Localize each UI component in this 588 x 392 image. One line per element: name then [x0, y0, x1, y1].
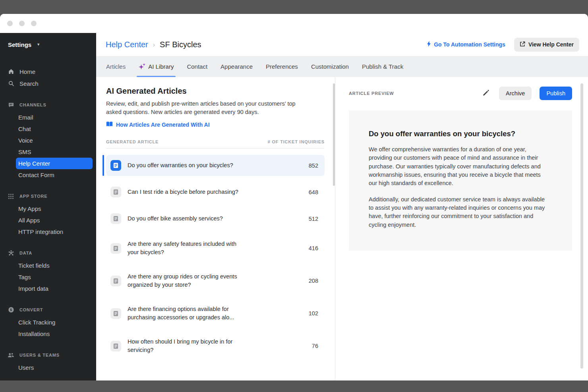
document-icon — [110, 187, 121, 197]
sidebar-item-search[interactable]: Search — [0, 77, 96, 89]
sidebar-section-channels: CHANNELS — [0, 99, 96, 111]
sidebar-item-import-data[interactable]: Import data — [16, 283, 93, 294]
sidebar-item-tags[interactable]: Tags — [16, 271, 93, 283]
article-row[interactable]: Are there any safety features included w… — [106, 235, 325, 262]
chat-bubble-icon — [8, 102, 14, 108]
document-icon — [110, 308, 121, 319]
sidebar-item-help-center[interactable]: Help Center — [16, 158, 93, 169]
page-scrollbar[interactable] — [580, 83, 583, 369]
sidebar-section-convert: $ CONVERT — [0, 304, 96, 316]
sidebar-item-http-integration[interactable]: HTTP integration — [16, 226, 93, 238]
tab-articles[interactable]: Articles — [106, 56, 126, 77]
inquiry-count: 416 — [309, 245, 318, 251]
table-header: GENERATED ARTICLE # OF TICKET INQUIRIES — [106, 139, 325, 149]
sidebar-section-label: DATA — [19, 251, 32, 255]
inquiry-count: 512 — [309, 216, 318, 222]
sidebar-item-users[interactable]: Users — [16, 362, 93, 373]
column-ticket-inquiries: # OF TICKET INQUIRIES — [268, 139, 325, 144]
document-icon — [110, 213, 121, 224]
tab-customization[interactable]: Customization — [311, 56, 349, 77]
sidebar-item-label: Home — [19, 68, 35, 75]
home-icon — [8, 68, 14, 75]
publish-button[interactable]: Publish — [540, 87, 572, 100]
app-window: Settings ▼ Home Search — [0, 14, 588, 380]
inquiry-count: 76 — [312, 343, 318, 349]
sidebar-item-sms[interactable]: SMS — [16, 146, 93, 158]
article-paragraph: Additionally, our dedicated customer ser… — [369, 195, 548, 229]
inquiry-count: 852 — [309, 162, 318, 169]
search-icon — [8, 80, 14, 87]
sparkles-icon — [139, 63, 145, 70]
sidebar-section-users-teams: USERS & TEAMS — [0, 349, 96, 361]
tab-appearance[interactable]: Appearance — [220, 56, 253, 77]
article-row[interactable]: Do you offer warranties on your bicycles… — [106, 155, 325, 176]
breadcrumb: Help Center › SF Bicycles — [106, 40, 201, 49]
window-titlebar — [0, 14, 588, 33]
article-row[interactable]: Are there financing options available fo… — [106, 300, 325, 327]
external-link-icon — [520, 41, 525, 48]
inquiry-count: 648 — [309, 189, 318, 195]
article-row[interactable]: Can I test ride a bicycle before purchas… — [106, 182, 325, 203]
how-articles-generated-link[interactable]: How Articles Are Generated With AI — [106, 121, 325, 128]
window-control-dot[interactable] — [19, 21, 25, 26]
document-icon — [110, 276, 121, 286]
inquiry-count: 208 — [309, 278, 318, 284]
users-icon — [8, 352, 14, 358]
sidebar-item-label: Search — [19, 80, 39, 87]
tab-publish-track[interactable]: Publish & Track — [362, 56, 403, 77]
sidebar-item-all-apps[interactable]: All Apps — [16, 214, 93, 226]
dollar-circle-icon: $ — [8, 307, 14, 313]
sidebar-item-installations[interactable]: Installations — [16, 328, 93, 340]
sidebar-item-chat[interactable]: Chat — [16, 123, 93, 135]
window-control-dot[interactable] — [31, 21, 37, 26]
sidebar-section-label: CONVERT — [19, 307, 43, 312]
grid-icon — [8, 193, 14, 199]
article-row[interactable]: Are there any group rides or cycling eve… — [106, 267, 325, 294]
article-list-scrollbar[interactable] — [333, 83, 335, 186]
sidebar-item-ticket-fields[interactable]: Ticket fields — [16, 260, 93, 271]
archive-button[interactable]: Archive — [499, 87, 532, 100]
sidebar-item-my-apps[interactable]: My Apps — [16, 203, 93, 214]
column-generated-article: GENERATED ARTICLE — [106, 139, 159, 144]
page-title: AI Generated Articles — [106, 87, 325, 96]
breadcrumb-help-center[interactable]: Help Center — [106, 40, 148, 49]
sidebar-section-app-store: APP STORE — [0, 190, 96, 202]
article-preview-card: Do you offer warranties on your bicycles… — [349, 110, 572, 251]
sidebar-item-contact-form[interactable]: Contact Form — [16, 169, 93, 181]
sidebar-item-email[interactable]: Email — [16, 112, 93, 123]
edit-button[interactable] — [481, 88, 491, 99]
help-center-tabbar: Articles AI Library Contact Appearance P… — [96, 56, 588, 77]
sidebar-section-label: CHANNELS — [19, 102, 46, 107]
article-paragraph: We offer comprehensive warranties for a … — [369, 145, 548, 188]
sidebar-item-click-tracking[interactable]: Click Tracking — [16, 317, 93, 328]
go-to-automation-settings-link[interactable]: Go To Automation Settings — [427, 41, 505, 48]
settings-label: Settings — [8, 41, 31, 48]
sidebar-item-voice[interactable]: Voice — [16, 135, 93, 146]
sidebar-section-data: DATA — [0, 247, 96, 259]
ai-articles-panel: AI Generated Articles Review, edit, and … — [96, 77, 335, 380]
view-help-center-button[interactable]: View Help Center — [514, 38, 579, 52]
article-preview-panel: ARTICLE PREVIEW Archive Publish — [335, 77, 588, 380]
window-control-dot[interactable] — [7, 21, 13, 26]
chevron-down-icon: ▼ — [37, 42, 40, 46]
inquiry-count: 102 — [309, 310, 318, 317]
breadcrumb-current-page: SF Bicycles — [160, 40, 201, 49]
document-icon — [110, 243, 121, 254]
article-row[interactable]: How often should I bring my bicycle in f… — [106, 332, 325, 359]
tab-ai-library[interactable]: AI Library — [139, 56, 174, 77]
document-icon — [110, 341, 121, 351]
tab-preferences[interactable]: Preferences — [266, 56, 298, 77]
article-title: Do you offer warranties on your bicycles… — [369, 129, 548, 138]
page-description: Review, edit, and publish pre-written ar… — [106, 100, 311, 116]
tab-contact[interactable]: Contact — [187, 56, 207, 77]
lightning-bolt-icon — [427, 41, 431, 48]
document-icon — [110, 160, 121, 171]
data-nodes-icon — [8, 250, 14, 256]
sidebar-item-home[interactable]: Home — [0, 66, 96, 77]
page-header: Help Center › SF Bicycles Go To Automati… — [96, 33, 588, 56]
svg-text:$: $ — [10, 308, 12, 312]
settings-menu[interactable]: Settings ▼ — [0, 33, 96, 56]
article-row[interactable]: Do you offer bike assembly services? 512 — [106, 208, 325, 229]
pencil-icon — [482, 89, 489, 98]
preview-label: ARTICLE PREVIEW — [349, 91, 394, 96]
